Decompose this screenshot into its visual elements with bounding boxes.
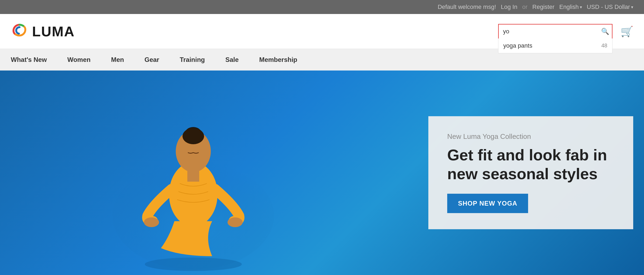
- svg-point-6: [182, 128, 204, 144]
- search-input[interactable]: [499, 24, 612, 38]
- hero-title: Get fit and look fab in new seasonal sty…: [447, 146, 614, 183]
- search-icon: 🔍: [601, 28, 609, 35]
- nav-item-training[interactable]: Training: [170, 49, 215, 70]
- search-submit-button[interactable]: 🔍: [601, 28, 609, 35]
- or-separator: or: [522, 3, 528, 10]
- language-dropdown[interactable]: English: [559, 3, 582, 10]
- hero-banner: New Luma Yoga Collection Get fit and loo…: [0, 70, 644, 275]
- register-link[interactable]: Register: [532, 3, 555, 10]
- hero-person-image: [0, 70, 386, 275]
- svg-point-7: [144, 217, 159, 227]
- cart-icon[interactable]: 🛒: [621, 26, 633, 37]
- suggestion-text: yoga pants: [503, 42, 532, 49]
- search-container: 🔍: [499, 24, 612, 38]
- nav-item-women[interactable]: Women: [57, 49, 101, 70]
- shop-new-yoga-button[interactable]: Shop New Yoga: [447, 194, 528, 213]
- logo[interactable]: LUMA: [11, 23, 75, 40]
- svg-point-8: [228, 217, 243, 227]
- currency-dropdown[interactable]: USD - US Dollar: [587, 3, 633, 10]
- logo-text: LUMA: [32, 23, 75, 40]
- nav-item-whats-new[interactable]: What's New: [11, 49, 57, 70]
- svg-rect-4: [187, 170, 199, 182]
- hero-content-box: New Luma Yoga Collection Get fit and loo…: [428, 116, 633, 229]
- login-link[interactable]: Log In: [501, 3, 517, 10]
- suggestion-count: 48: [601, 43, 607, 49]
- nav-item-men[interactable]: Men: [101, 49, 134, 70]
- hero-subtitle: New Luma Yoga Collection: [447, 132, 614, 141]
- header: LUMA 🔍 yoga pants 48 🛒: [0, 14, 644, 49]
- welcome-message: Default welcome msg!: [438, 3, 496, 10]
- nav-item-gear[interactable]: Gear: [134, 49, 170, 70]
- top-bar: Default welcome msg! Log In or Register …: [0, 0, 644, 14]
- nav-item-sale[interactable]: Sale: [215, 49, 249, 70]
- yoga-pose-svg: [99, 81, 288, 275]
- svg-point-9: [145, 258, 242, 271]
- header-right: 🔍 yoga pants 48 🛒: [498, 24, 633, 39]
- suggestion-yoga-pants[interactable]: yoga pants 48: [498, 38, 612, 53]
- search-autocomplete-dropdown: yoga pants 48: [498, 38, 612, 53]
- search-wrapper: 🔍 yoga pants 48: [498, 24, 612, 39]
- nav-item-membership[interactable]: Membership: [249, 49, 307, 70]
- luma-logo-icon: [11, 23, 28, 40]
